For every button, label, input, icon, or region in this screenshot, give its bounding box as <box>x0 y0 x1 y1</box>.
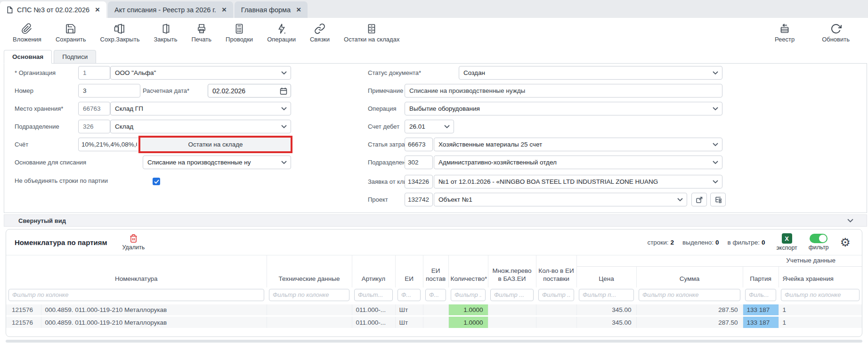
close-icon[interactable]: × <box>95 6 100 14</box>
cell-quantity[interactable]: 1.0000 <box>448 303 488 316</box>
table-row[interactable]: 121576 000.4859. 011.000-119-210 Металло… <box>6 316 862 329</box>
cell-nomenclature[interactable]: 000.4859. 011.000-119-210 Металлорукав <box>41 316 267 329</box>
horizontal-scrollbar[interactable] <box>6 340 862 343</box>
operation-select[interactable]: Выбытие оборудования <box>405 102 722 115</box>
gear-icon[interactable]: ⚙ <box>840 237 851 248</box>
tab-signatures[interactable]: Подписи <box>54 50 96 64</box>
save-button[interactable]: Сохранить <box>56 22 86 43</box>
cell-row-id[interactable]: 121576 <box>6 316 41 329</box>
postings-button[interactable]: Проводки <box>226 22 253 43</box>
filter-input-base-mult[interactable] <box>490 289 534 301</box>
cell-storage-cell[interactable]: 1 <box>779 303 862 316</box>
cell-supplier-unit[interactable] <box>423 303 448 316</box>
account-input[interactable] <box>78 138 140 151</box>
project-select[interactable]: Объект №1 <box>434 193 687 206</box>
print-button[interactable]: Печать <box>191 22 211 43</box>
cell-base-mult[interactable] <box>488 303 536 316</box>
stock-on-warehouse-button[interactable]: Остатки на складе <box>138 136 292 153</box>
cell-nomenclature[interactable]: 000.4859. 011.000-119-210 Металлорукав <box>41 303 267 316</box>
col-header-nomenclature[interactable]: Номенклатура <box>6 255 267 287</box>
cost-department-code-input[interactable] <box>405 156 433 169</box>
cell-tech-data[interactable] <box>267 303 352 316</box>
links-button[interactable]: Связки <box>310 22 330 43</box>
close-icon[interactable]: × <box>222 6 227 14</box>
status-select[interactable]: Создан <box>459 66 722 80</box>
cell-storage-cell[interactable]: 1 <box>779 316 862 329</box>
refresh-button[interactable]: Обновить <box>822 22 850 43</box>
cell-article[interactable]: 011.000-... <box>352 303 395 316</box>
col-header-supplier-qty[interactable]: Кол-во в ЕИ поставки <box>536 255 576 287</box>
number-input[interactable] <box>78 84 140 98</box>
close-button[interactable]: Закрыть <box>154 22 177 43</box>
cell-batch[interactable]: 133 187 <box>743 303 779 316</box>
filter-input-supplier-unit[interactable] <box>425 289 446 301</box>
col-header-supplier-unit[interactable]: ЕИ постав <box>423 255 448 287</box>
save-close-button[interactable]: Сохр.Закрыть <box>100 22 140 43</box>
project-code-input[interactable] <box>405 193 433 206</box>
debit-account-select[interactable]: 26.01 <box>405 120 454 133</box>
cell-quantity[interactable]: 1.0000 <box>448 316 488 329</box>
filter-input-tech-data[interactable] <box>269 289 349 301</box>
col-header-tech-data[interactable]: Технические данные <box>267 255 352 287</box>
cell-sum[interactable]: 287.50 <box>636 316 743 329</box>
client-request-code-input[interactable] <box>405 175 433 188</box>
filter-input-supplier-qty[interactable] <box>538 289 574 301</box>
filter-input-storage-cell[interactable] <box>781 289 860 301</box>
col-header-base-mult[interactable]: Множ.перево в БАЗ.ЕИ <box>488 255 536 287</box>
cell-unit[interactable]: Шт <box>395 316 423 329</box>
department-select[interactable]: Склад <box>110 120 291 133</box>
filter-input-quantity[interactable] <box>451 289 486 301</box>
cell-sum[interactable]: 287.50 <box>636 303 743 316</box>
cell-article[interactable]: 011.000-... <box>352 316 395 329</box>
cell-base-mult[interactable] <box>488 316 536 329</box>
storage-code-input[interactable] <box>78 102 110 115</box>
col-header-storage-cell[interactable]: Ячейка хранения <box>779 267 862 287</box>
filter-input-batch[interactable] <box>745 289 776 301</box>
filter-input-nomenclature[interactable] <box>8 289 264 301</box>
cell-supplier-qty[interactable] <box>536 303 576 316</box>
organization-select[interactable]: ООО "Альфа" <box>110 66 291 80</box>
cell-row-id[interactable]: 121576 <box>6 303 41 316</box>
collapsed-view-bar[interactable]: Свернутый вид <box>4 214 867 227</box>
project-tree-button[interactable] <box>710 193 726 206</box>
window-tab-document[interactable]: СПС №3 от 02.02.2026 × <box>0 1 106 18</box>
cell-batch[interactable]: 133 187 <box>743 316 779 329</box>
col-header-unit[interactable]: ЕИ <box>395 255 423 287</box>
cost-department-select[interactable]: Административно-хозяйственный отдел <box>434 156 722 169</box>
cell-supplier-qty[interactable] <box>536 316 576 329</box>
cost-item-code-input[interactable] <box>405 138 433 151</box>
calc-date-input[interactable]: 02.02.2026 <box>208 84 291 98</box>
cell-price[interactable]: 345.00 <box>576 303 636 316</box>
cell-tech-data[interactable] <box>267 316 352 329</box>
registry-button[interactable]: Реестр <box>775 22 795 43</box>
operations-button[interactable]: Операции <box>267 22 296 43</box>
col-header-article[interactable]: Артикул <box>352 255 395 287</box>
col-header-batch[interactable]: Партия <box>743 267 779 287</box>
table-row[interactable]: 121576 000.4859. 011.000-119-210 Металло… <box>6 303 862 316</box>
filter-toggle[interactable]: фильтр <box>809 234 829 251</box>
storage-select[interactable]: Склад ГП <box>110 102 291 115</box>
project-open-window-button[interactable] <box>691 193 707 206</box>
organization-code-input[interactable] <box>78 66 110 80</box>
warehouse-stock-button[interactable]: Остатки на складах <box>344 22 399 43</box>
export-excel-button[interactable]: X экспорт <box>776 233 797 251</box>
filter-input-unit[interactable] <box>397 289 421 301</box>
delete-row-button[interactable]: Удалить <box>122 234 145 251</box>
attachments-button[interactable]: Вложения <box>13 22 41 43</box>
note-input[interactable] <box>405 84 722 98</box>
col-header-sum[interactable]: Сумма <box>636 267 743 287</box>
col-header-price[interactable]: Цена <box>576 267 636 287</box>
col-header-quantity[interactable]: Количество* <box>448 255 488 287</box>
cell-supplier-unit[interactable] <box>423 316 448 329</box>
tab-main[interactable]: Основная <box>4 50 52 64</box>
close-icon[interactable]: × <box>296 6 301 14</box>
cell-unit[interactable]: Шт <box>395 303 423 316</box>
client-request-select[interactable]: №1 от 12.01.2026 - «NINGBO BOA STEEL LTD… <box>434 175 722 188</box>
filter-input-article[interactable] <box>354 289 393 301</box>
no-merge-checkbox[interactable] <box>153 178 160 185</box>
filter-input-sum[interactable] <box>639 289 740 301</box>
window-tab-registry[interactable]: Акт списания - Реестр за 2026 г. × <box>108 1 233 18</box>
filter-input-price[interactable] <box>579 289 634 301</box>
window-tab-main-form[interactable]: Главная форма × <box>235 1 308 18</box>
cost-item-select[interactable]: Хозяйственные материалы 25 счет <box>434 138 722 151</box>
